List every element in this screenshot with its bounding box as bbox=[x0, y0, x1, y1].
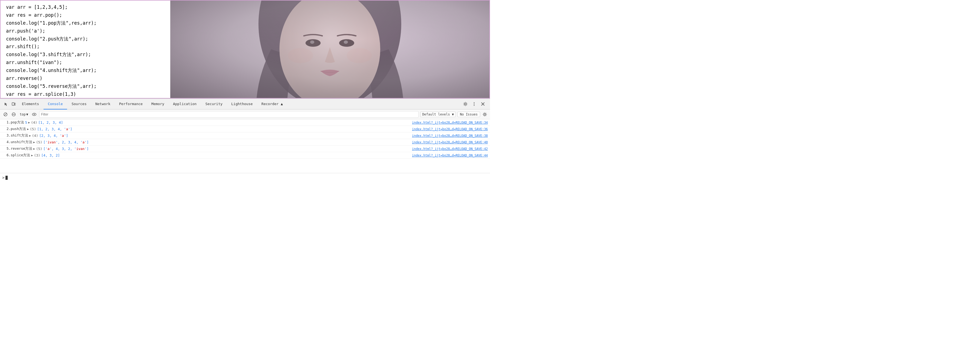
console-cursor bbox=[5, 176, 8, 180]
console-output: 1.pop方法 5 ▶ (4) [1, 2, 3, 4] index.html?… bbox=[0, 119, 490, 173]
tab-network[interactable]: Network bbox=[91, 99, 115, 110]
array-count: (5) bbox=[30, 127, 36, 131]
svg-point-13 bbox=[465, 103, 466, 105]
console-input-line[interactable]: > bbox=[0, 173, 490, 182]
svg-point-21 bbox=[484, 114, 485, 115]
array-content: [1, 2, 3, 4, 'a'] bbox=[37, 127, 72, 131]
console-row: 1.pop方法 5 ▶ (4) [1, 2, 3, 4] index.html?… bbox=[0, 119, 490, 126]
source-link[interactable]: index.html?_ijt=bo28…d=RELOAD_ON_SAVE:36 bbox=[412, 127, 488, 131]
array-content: [1, 2, 3, 4] bbox=[38, 121, 63, 124]
method-name: 2.push方法 bbox=[6, 127, 26, 131]
console-row-content: 4.unshift方法 ▶ (5) ['ivan', 2, 3, 4, 'a'] bbox=[6, 140, 89, 145]
svg-rect-12 bbox=[14, 103, 16, 105]
no-issues-label: No Issues bbox=[460, 113, 478, 116]
expand-triangle[interactable]: ▶ bbox=[33, 147, 35, 150]
tab-performance[interactable]: Performance bbox=[115, 99, 147, 110]
console-row: 4.unshift方法 ▶ (5) ['ivan', 2, 3, 4, 'a']… bbox=[0, 139, 490, 146]
source-link[interactable]: index.html?_ijt=bo28…d=RELOAD_ON_SAVE:42 bbox=[412, 147, 488, 151]
console-prompt: > bbox=[2, 175, 5, 180]
svg-point-5 bbox=[339, 39, 354, 47]
array-content: ['ivan', 2, 3, 4, 'a'] bbox=[43, 140, 89, 144]
source-link[interactable]: index.html?_ijt=bo28…d=RELOAD_ON_SAVE:44 bbox=[412, 154, 488, 157]
console-row: 3.shift方法 ▶ (4) [2, 3, 4, 'a'] index.htm… bbox=[0, 132, 490, 139]
source-link[interactable]: index.html?_ijt=bo28…d=RELOAD_ON_SAVE:34 bbox=[412, 121, 488, 124]
settings-icon[interactable] bbox=[461, 100, 469, 108]
filter-input[interactable] bbox=[39, 111, 418, 118]
no-issues-badge[interactable]: No Issues bbox=[457, 112, 480, 117]
top-context-dropdown[interactable]: top ▼ bbox=[19, 112, 29, 117]
svg-point-20 bbox=[34, 114, 35, 115]
svg-rect-11 bbox=[12, 103, 14, 105]
svg-rect-10 bbox=[170, 0, 490, 98]
source-link[interactable]: index.html?_ijt=bo28…d=RELOAD_ON_SAVE:38 bbox=[412, 134, 488, 138]
console-settings-icon[interactable] bbox=[482, 111, 488, 118]
console-row-content: 2.push方法 ▶ (5) [1, 2, 3, 4, 'a'] bbox=[6, 127, 72, 131]
console-row: 6.splice方法 ▶ (3) [4, 3, 2] index.html?_i… bbox=[0, 152, 490, 159]
result-value: 5 bbox=[25, 121, 27, 124]
svg-point-9 bbox=[347, 48, 372, 63]
default-levels-label: Default levels ▼ bbox=[422, 113, 454, 116]
svg-rect-0 bbox=[170, 0, 490, 98]
svg-point-8 bbox=[288, 48, 313, 63]
tab-recorder[interactable]: Recorder ▲ bbox=[257, 99, 287, 110]
source-link[interactable]: index.html?_ijt=bo28…d=RELOAD_ON_SAVE:40 bbox=[412, 140, 488, 144]
cursor-icon[interactable] bbox=[2, 100, 10, 108]
tab-security[interactable]: Security bbox=[201, 99, 227, 110]
tab-application[interactable]: Application bbox=[169, 99, 201, 110]
method-name: 1.pop方法 bbox=[6, 120, 24, 125]
svg-point-16 bbox=[474, 105, 475, 106]
array-count: (5) bbox=[36, 147, 43, 151]
close-icon[interactable] bbox=[479, 100, 487, 108]
code-editor: var arr = [1,2,3,4,5]; var res = arr.pop… bbox=[0, 0, 170, 98]
console-row-content: 6.splice方法 ▶ (3) [4, 3, 2] bbox=[6, 153, 60, 157]
array-count: (3) bbox=[34, 153, 40, 157]
clear-console-icon[interactable] bbox=[2, 111, 9, 118]
page-preview-image bbox=[170, 0, 490, 98]
console-row-content: 3.shift方法 ▶ (4) [2, 3, 4, 'a'] bbox=[6, 133, 68, 138]
expand-triangle[interactable]: ▶ bbox=[33, 141, 35, 144]
devtools-tabs: Elements Console Sources Network Perform… bbox=[18, 99, 461, 110]
expand-triangle[interactable]: ▶ bbox=[31, 154, 33, 157]
devtools-right-icons bbox=[461, 100, 488, 108]
svg-point-4 bbox=[305, 39, 321, 47]
console-row: 2.push方法 ▶ (5) [1, 2, 3, 4, 'a'] index.h… bbox=[0, 126, 490, 132]
tab-lighthouse[interactable]: Lighthouse bbox=[227, 99, 257, 110]
expand-triangle[interactable]: ▶ bbox=[27, 127, 29, 130]
svg-point-3 bbox=[280, 0, 380, 98]
tab-sources[interactable]: Sources bbox=[67, 99, 91, 110]
array-count: (4) bbox=[32, 134, 38, 138]
eye-icon[interactable] bbox=[31, 111, 38, 118]
svg-point-1 bbox=[258, 0, 401, 98]
console-toolbar: top ▼ Default levels ▼ No Issues bbox=[0, 110, 490, 119]
expand-triangle[interactable]: ▶ bbox=[28, 121, 30, 124]
array-content: [4, 3, 2] bbox=[41, 153, 60, 157]
portrait-svg bbox=[170, 0, 490, 98]
method-name: 4.unshift方法 bbox=[6, 140, 32, 145]
dropdown-arrow: ▼ bbox=[26, 113, 28, 116]
tab-console[interactable]: Console bbox=[43, 99, 67, 110]
expand-triangle[interactable]: ▶ bbox=[29, 134, 31, 137]
array-count: (4) bbox=[31, 121, 37, 124]
console-row-content: 5.reverse方法 ▶ (5) ['a', 4, 3, 2, 'ivan'] bbox=[6, 146, 89, 151]
top-section: var arr = [1,2,3,4,5]; var res = arr.pop… bbox=[0, 0, 490, 99]
svg-point-15 bbox=[474, 104, 475, 105]
more-options-icon[interactable] bbox=[470, 100, 478, 108]
block-icon[interactable] bbox=[10, 111, 17, 118]
svg-rect-2 bbox=[320, 70, 340, 98]
devtools-tab-bar: Elements Console Sources Network Perform… bbox=[0, 99, 490, 110]
array-count: (5) bbox=[36, 140, 43, 144]
tab-memory[interactable]: Memory bbox=[147, 99, 169, 110]
svg-point-14 bbox=[474, 102, 475, 103]
svg-point-6 bbox=[310, 40, 314, 44]
tab-elements[interactable]: Elements bbox=[18, 99, 43, 110]
default-levels-dropdown[interactable]: Default levels ▼ bbox=[420, 112, 456, 117]
console-row: 5.reverse方法 ▶ (5) ['a', 4, 3, 2, 'ivan']… bbox=[0, 146, 490, 152]
array-content: ['a', 4, 3, 2, 'ivan'] bbox=[43, 147, 89, 151]
device-toggle-icon[interactable] bbox=[10, 100, 18, 108]
method-name: 6.splice方法 bbox=[6, 153, 30, 157]
array-content: [2, 3, 4, 'a'] bbox=[39, 134, 68, 138]
method-name: 5.reverse方法 bbox=[6, 146, 32, 151]
top-label: top bbox=[20, 113, 26, 116]
method-name: 3.shift方法 bbox=[6, 133, 28, 138]
svg-point-7 bbox=[344, 40, 348, 44]
